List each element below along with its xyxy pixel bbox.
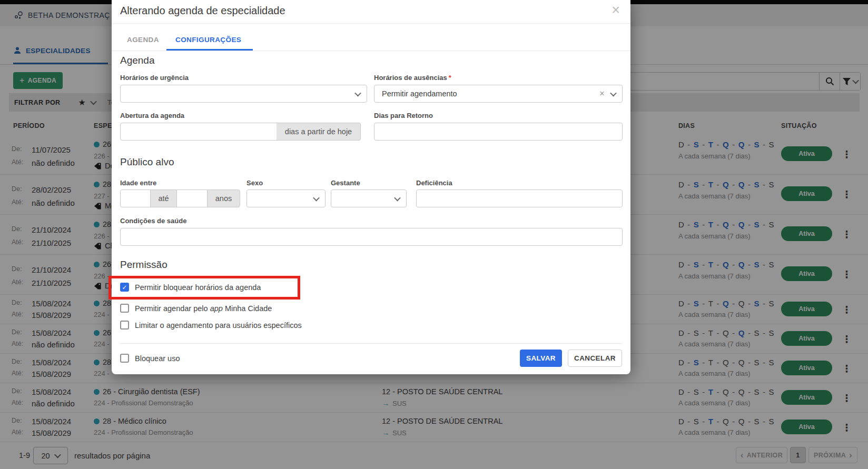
- checkbox-row-bloquear-uso[interactable]: Bloquear uso: [120, 354, 180, 363]
- clear-icon[interactable]: ×: [599, 88, 605, 99]
- horarios-urgencia-label: Horários de urgência: [120, 74, 189, 82]
- close-icon[interactable]: ×: [611, 3, 620, 17]
- divider: [112, 23, 630, 24]
- horarios-ausencias-label: Horários de ausências*: [374, 74, 451, 82]
- chevron-down-icon: [313, 194, 320, 201]
- idade-label: Idade entre: [120, 179, 156, 187]
- chevron-down-icon: [354, 89, 361, 96]
- horarios-ausencias-select[interactable]: Permitir agendamento ×: [374, 85, 623, 103]
- modal-alterando-agenda: Alterando agenda de especialidade × AGEN…: [112, 0, 630, 374]
- horarios-urgencia-select[interactable]: [120, 85, 367, 103]
- modal-tabs: AGENDA CONFIGURAÇÕES: [112, 32, 630, 51]
- checkbox-label: Limitar o agendamento para usuários espe…: [135, 321, 302, 330]
- idade-max-input[interactable]: [176, 189, 208, 207]
- idade-min-input[interactable]: [120, 189, 151, 207]
- checkbox-label: Permitir agendar pelo app Minha Cidade: [135, 304, 272, 313]
- checkbox-row-limitar-agendamento[interactable]: Limitar o agendamento para usuários espe…: [120, 321, 302, 330]
- modal-tab-underline: [166, 49, 253, 51]
- deficiencia-input[interactable]: [416, 189, 623, 207]
- checkbox-unchecked-icon[interactable]: [120, 354, 129, 363]
- tab-agenda[interactable]: AGENDA: [127, 36, 159, 44]
- idade-anos-addon: anos: [207, 189, 240, 207]
- idade-group: até anos: [120, 189, 240, 207]
- abertura-label: Abertura da agenda: [120, 112, 184, 119]
- horarios-ausencias-value: Permitir agendamento: [382, 89, 457, 98]
- abertura-input[interactable]: [120, 123, 277, 141]
- section-permissao-heading: Permissão: [120, 259, 167, 271]
- checkbox-row-app-minha-cidade[interactable]: Permitir agendar pelo app Minha Cidade: [120, 304, 272, 313]
- gestante-label: Gestante: [331, 179, 360, 187]
- sexo-select[interactable]: [246, 189, 326, 207]
- cancel-button[interactable]: CANCELAR: [568, 350, 622, 367]
- condicoes-input[interactable]: [120, 228, 623, 246]
- checkbox-label: Bloquear uso: [135, 354, 180, 363]
- dias-retorno-label: Dias para Retorno: [374, 112, 433, 119]
- modal-title: Alterando agenda de especialidade: [120, 5, 285, 17]
- condicoes-label: Condições de saúde: [120, 217, 186, 225]
- abertura-addon: dias a partir de hoje: [277, 123, 361, 141]
- sexo-label: Sexo: [246, 179, 263, 187]
- save-button[interactable]: SALVAR: [520, 350, 562, 367]
- section-agenda-heading: Agenda: [120, 55, 155, 66]
- chevron-down-icon: [394, 194, 401, 201]
- idade-ate-addon: até: [150, 189, 177, 207]
- gestante-select[interactable]: [331, 189, 407, 207]
- checkbox-unchecked-icon[interactable]: [120, 304, 129, 313]
- chevron-down-icon: [610, 89, 617, 96]
- red-highlight-box: [108, 276, 300, 300]
- section-publico-heading: Público alvo: [120, 156, 174, 168]
- dias-retorno-input[interactable]: [374, 123, 623, 141]
- checkbox-unchecked-icon[interactable]: [120, 321, 129, 330]
- tab-configuracoes[interactable]: CONFIGURAÇÕES: [175, 36, 241, 44]
- divider: [120, 343, 622, 344]
- deficiencia-label: Deficiência: [416, 179, 452, 187]
- required-asterisk: *: [449, 74, 451, 82]
- screen: { "colors": { "green": "#359e6d", "ativa…: [0, 0, 868, 469]
